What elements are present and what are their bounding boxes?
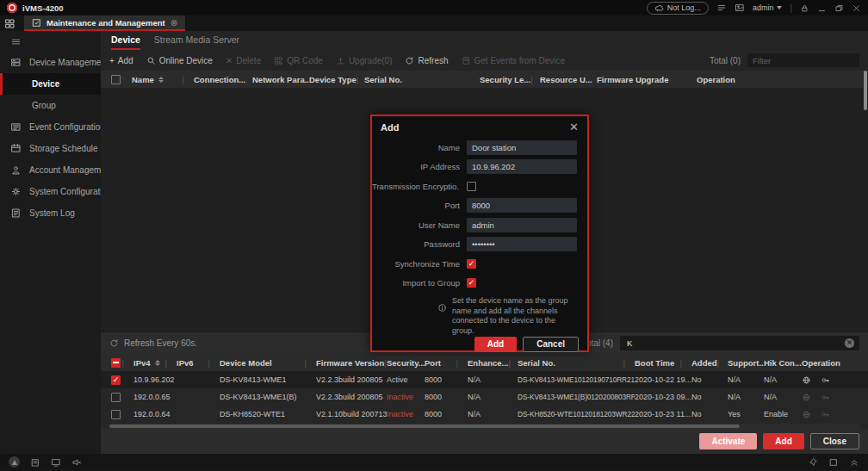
- dialog-cancel-button[interactable]: Cancel: [523, 337, 579, 352]
- cloud-icon: [654, 3, 664, 13]
- sort-icon[interactable]: [155, 360, 160, 366]
- cell-ipv4: 192.0.0.64: [133, 410, 177, 418]
- transmission-encryption-checkbox[interactable]: [467, 182, 476, 191]
- column-device-model[interactable]: Device Model: [220, 358, 316, 368]
- user-name-label: User Name: [372, 220, 460, 230]
- row-checkbox[interactable]: [111, 393, 121, 402]
- horizontal-scrollbar[interactable]: [109, 424, 859, 429]
- online-device-button[interactable]: Online Device: [146, 56, 213, 65]
- column-label: Hik Con...: [764, 358, 802, 368]
- column-support[interactable]: Support...: [728, 358, 764, 368]
- column-security[interactable]: Security Le...: [480, 75, 540, 84]
- online-device-row[interactable]: 192.0.0.65 DS-KV8413-WME1(B) V2.2.3build…: [101, 388, 868, 406]
- web-browse-globe-icon[interactable]: [802, 393, 811, 402]
- pin-icon[interactable]: [808, 457, 818, 468]
- column-firmware-upgrade[interactable]: Firmware Upgrade: [597, 75, 697, 84]
- tab-close-icon[interactable]: ⊗: [170, 18, 177, 28]
- modules-grid-icon[interactable]: [4, 18, 16, 29]
- name-field[interactable]: [467, 140, 577, 155]
- column-hik-connect[interactable]: Hik Con...: [764, 358, 802, 368]
- sidebar-item-storage-schedule[interactable]: Storage Schedule: [0, 138, 101, 159]
- restore-icon[interactable]: [834, 3, 844, 13]
- cloud-login-button[interactable]: Not Log...: [647, 2, 709, 15]
- column-resource[interactable]: Resource U...: [540, 75, 597, 84]
- sidebar-item-device[interactable]: Device: [0, 73, 101, 95]
- select-all-checkbox[interactable]: [111, 358, 121, 368]
- reset-password-key-icon[interactable]: [821, 393, 830, 402]
- sidebar-item-system-log[interactable]: System Log: [0, 202, 101, 224]
- button-label: Get Events from Device: [474, 56, 566, 65]
- sidebar-item-system-configuration[interactable]: System Configuration: [0, 181, 101, 202]
- tab-stream-media-server[interactable]: Stream Media Server: [154, 31, 239, 50]
- row-checkbox[interactable]: [111, 375, 121, 385]
- alarm-icon[interactable]: [9, 456, 20, 468]
- sidebar-item-device-management[interactable]: Device Management: [0, 52, 101, 73]
- column-label: Added: [691, 358, 717, 368]
- task-list-icon[interactable]: [716, 3, 727, 13]
- monitor-icon[interactable]: [51, 457, 61, 468]
- synchronize-time-checkbox[interactable]: [467, 259, 476, 269]
- online-search-input[interactable]: [625, 338, 840, 349]
- row-checkbox[interactable]: [111, 410, 121, 419]
- vertical-scrollbar[interactable]: [864, 71, 867, 110]
- delete-button[interactable]: ✕Delete: [226, 56, 261, 65]
- minimize-icon[interactable]: [817, 3, 827, 13]
- tab-maintenance-and-management[interactable]: Maintenance and Management ⊗: [24, 15, 185, 31]
- lock-icon[interactable]: [800, 3, 809, 13]
- qr-code-button[interactable]: QR Code: [274, 56, 323, 65]
- column-operation[interactable]: Operation: [697, 75, 868, 84]
- column-operation[interactable]: Operation: [802, 358, 868, 368]
- sidebar-label: Storage Schedule: [29, 144, 98, 153]
- password-field[interactable]: [467, 237, 577, 251]
- ip-address-field[interactable]: [467, 159, 577, 174]
- online-search-box: ✕: [620, 336, 859, 350]
- column-name[interactable]: Name: [132, 75, 194, 84]
- web-browse-globe-icon[interactable]: [802, 410, 811, 419]
- column-network[interactable]: Network Para...: [252, 75, 309, 84]
- port-field[interactable]: [467, 198, 577, 213]
- upgrade-button[interactable]: Upgrade(0): [336, 56, 393, 65]
- column-boot-time[interactable]: Boot Time: [635, 358, 691, 368]
- get-events-button[interactable]: Get Events from Device: [462, 56, 566, 65]
- user-menu[interactable]: admin: [753, 3, 783, 12]
- event-log-icon[interactable]: [30, 457, 40, 468]
- close-button[interactable]: Close: [810, 433, 859, 449]
- dialog-close-icon[interactable]: ✕: [569, 121, 579, 133]
- mute-speaker-icon[interactable]: [71, 457, 82, 468]
- refresh-icon[interactable]: [109, 338, 119, 348]
- online-device-row[interactable]: 10.9.96.202 DS-KV8413-WME1 V2.2.3build 2…: [101, 371, 868, 388]
- sidebar-collapse-button[interactable]: [0, 31, 101, 52]
- reset-password-key-icon[interactable]: [821, 410, 830, 419]
- group-hint: Set the device name as the group name an…: [372, 293, 587, 337]
- scrollbar-thumb[interactable]: [109, 425, 740, 428]
- column-ipv6[interactable]: IPv6: [177, 358, 220, 368]
- sidebar-item-group[interactable]: Group: [0, 95, 101, 116]
- column-ipv4[interactable]: IPv4: [133, 358, 177, 368]
- add-button[interactable]: +Add: [109, 56, 133, 65]
- dialog-add-button[interactable]: Add: [474, 337, 517, 352]
- double-chevron-up-icon[interactable]: [849, 457, 859, 468]
- filter-input[interactable]: [747, 53, 859, 67]
- close-window-icon[interactable]: [852, 3, 861, 13]
- cell-support: N/A: [728, 393, 764, 401]
- column-device-type[interactable]: Device Type: [309, 75, 364, 84]
- add-selected-button[interactable]: Add: [763, 433, 803, 449]
- sidebar-item-event-configuration[interactable]: Event Configuration: [0, 116, 101, 138]
- square-window-icon[interactable]: [828, 457, 839, 468]
- web-browse-globe-icon[interactable]: [802, 375, 811, 385]
- column-added[interactable]: Added: [691, 358, 728, 368]
- tab-device[interactable]: Device: [111, 31, 140, 50]
- activate-button[interactable]: Activate: [699, 433, 757, 449]
- user-name-field[interactable]: [467, 218, 577, 232]
- picture-icon[interactable]: [735, 3, 745, 13]
- sort-icon[interactable]: [158, 77, 164, 83]
- column-serial[interactable]: Serial No.: [364, 75, 480, 84]
- sidebar-item-account-management[interactable]: Account Management: [0, 159, 101, 181]
- clear-search-icon[interactable]: ✕: [845, 338, 854, 348]
- import-to-group-checkbox[interactable]: [467, 278, 476, 288]
- column-connection[interactable]: Connection...: [194, 75, 252, 84]
- select-all-checkbox[interactable]: [111, 75, 121, 84]
- refresh-button[interactable]: Refresh: [405, 56, 448, 65]
- online-device-row[interactable]: 192.0.0.64 DS-KH8520-WTE1 V2.1.10build 2…: [101, 406, 868, 423]
- reset-password-key-icon[interactable]: [821, 375, 830, 385]
